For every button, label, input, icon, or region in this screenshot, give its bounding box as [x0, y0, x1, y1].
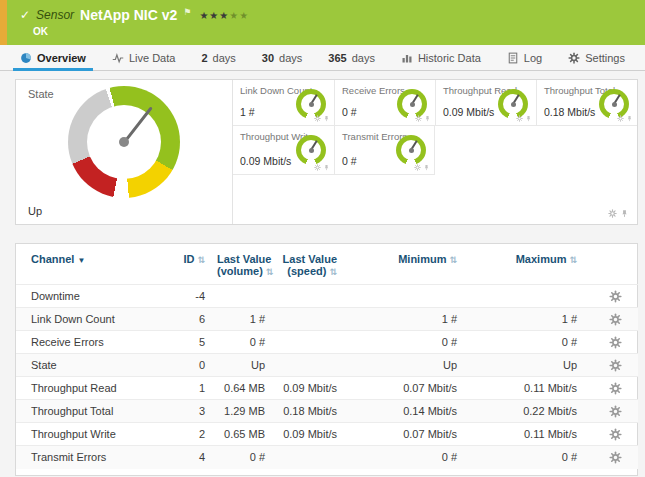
channel-settings-icon[interactable]	[609, 359, 622, 372]
channel-name: Downtime	[16, 285, 166, 308]
gauge-panel-receive-errors[interactable]: Receive Errors 0 #	[334, 80, 435, 126]
channel-id: 1	[166, 377, 211, 400]
log-document-icon	[507, 52, 519, 64]
column-header-last-value-volume[interactable]: Last Value (volume)⇅	[211, 244, 271, 285]
channel-name: Throughput Write	[16, 423, 166, 446]
pushpin-icon[interactable]	[626, 115, 633, 122]
mini-gauge	[296, 135, 326, 165]
tab-2-days[interactable]: 2 days	[191, 45, 245, 70]
tab-365-days[interactable]: 365 days	[318, 45, 385, 70]
channel-name: Transmit Errors	[16, 446, 166, 469]
minimum-value: Up	[343, 354, 463, 377]
flag-icon[interactable]: ⚑	[183, 7, 191, 17]
gear-icon[interactable]	[608, 209, 617, 218]
tab-label: Log	[524, 52, 542, 64]
tab-log[interactable]: Log	[497, 45, 552, 70]
channel-settings-icon[interactable]	[609, 382, 622, 395]
table-row[interactable]: Transmit Errors 4 0 # 0 # 0 #	[16, 446, 638, 469]
column-header-channel[interactable]: Channel▼	[16, 244, 166, 285]
gauge-hub	[309, 102, 314, 107]
last-value-speed	[271, 308, 343, 331]
gauge-hub	[309, 148, 314, 153]
priority-stars[interactable]: ★★★★★	[199, 10, 249, 21]
tab-settings[interactable]: Settings	[558, 45, 635, 70]
gauge-hub	[409, 148, 414, 153]
maximum-value: 0 #	[463, 331, 583, 354]
channel-name: Throughput Read	[16, 377, 166, 400]
gauge-panel-throughput-read[interactable]: Throughput Read 0.09 Mbit/s	[435, 80, 536, 126]
gauge-panel-link-down-count[interactable]: Link Down Count 1 #	[233, 80, 334, 126]
gauges-panel: State Up Link Down Count 1 # Receive Err…	[15, 79, 638, 225]
sort-descending-icon: ▼	[77, 256, 85, 265]
column-header-minimum[interactable]: Minimum⇅	[343, 244, 463, 285]
table-row[interactable]: Throughput Write 2 0.65 MB 0.09 Mbit/s 0…	[16, 423, 638, 446]
last-value-speed	[271, 446, 343, 469]
pushpin-icon[interactable]	[423, 164, 430, 171]
pushpin-icon[interactable]	[323, 115, 330, 122]
state-gauge	[68, 86, 180, 198]
table-row[interactable]: Link Down Count 6 1 # 1 # 1 #	[16, 308, 638, 331]
maximum-value: 0.11 Mbit/s	[463, 377, 583, 400]
sensor-color-stripe	[0, 0, 7, 45]
gauge-hub	[511, 102, 516, 107]
channel-name: Link Down Count	[16, 308, 166, 331]
channel-id: 5	[166, 331, 211, 354]
tab-bar: Overview Live Data 2 days 30 days 365 da…	[0, 45, 645, 71]
pushpin-icon[interactable]	[525, 115, 532, 122]
table-row[interactable]: State 0 Up Up Up	[16, 354, 638, 377]
tab-historic-data[interactable]: Historic Data	[391, 45, 491, 70]
sensor-title: NetApp NIC v2	[80, 7, 177, 23]
tab-number: 30	[262, 52, 274, 64]
gauge-value: 1 #	[240, 106, 255, 118]
gauge-panel-throughput-total[interactable]: Throughput Total 0.18 Mbit/s	[536, 80, 637, 126]
channel-settings-icon[interactable]	[609, 290, 622, 303]
sort-icon: ⇅	[329, 267, 337, 277]
channel-settings-icon[interactable]	[609, 313, 622, 326]
mini-gauge-grid: Link Down Count 1 # Receive Errors 0 # T…	[232, 80, 637, 224]
last-value-speed: 0.09 Mbit/s	[271, 423, 343, 446]
live-graph-icon	[112, 52, 124, 64]
sensor-page: ✓ Sensor NetApp NIC v2 ⚑ ★★★★★ OK Overvi…	[0, 0, 645, 477]
channel-settings-icon[interactable]	[609, 451, 622, 464]
gauge-panel-transmit-errors[interactable]: Transmit Errors 0 #	[334, 126, 435, 175]
column-header-maximum[interactable]: Maximum⇅	[463, 244, 583, 285]
tab-overview[interactable]: Overview	[10, 45, 96, 70]
minimum-value: 0.14 Mbit/s	[343, 400, 463, 423]
channel-settings-icon[interactable]	[609, 405, 622, 418]
channel-settings-icon[interactable]	[609, 428, 622, 441]
last-value-volume: 1 #	[211, 308, 271, 331]
gear-icon[interactable]	[516, 115, 523, 122]
channel-settings-icon[interactable]	[609, 336, 622, 349]
state-gauge-panel[interactable]: State Up	[16, 80, 232, 224]
tab-30-days[interactable]: 30 days	[252, 45, 313, 70]
pushpin-icon[interactable]	[424, 115, 431, 122]
tab-label: Settings	[585, 52, 625, 64]
gear-icon[interactable]	[617, 115, 624, 122]
last-value-speed	[271, 354, 343, 377]
stars-filled: ★★★	[199, 10, 229, 21]
pushpin-icon[interactable]	[620, 209, 629, 218]
table-row[interactable]: Receive Errors 5 0 # 0 # 0 #	[16, 331, 638, 354]
object-kind-label: Sensor	[36, 8, 74, 22]
channel-id: 3	[166, 400, 211, 423]
table-row[interactable]: Downtime -4	[16, 285, 638, 308]
tab-label: Historic Data	[418, 52, 481, 64]
stars-empty: ★★	[229, 10, 249, 21]
column-header-id[interactable]: ID⇅	[166, 244, 211, 285]
gear-icon[interactable]	[314, 115, 321, 122]
table-row[interactable]: Throughput Read 1 0.64 MB 0.09 Mbit/s 0.…	[16, 377, 638, 400]
gear-icon[interactable]	[414, 164, 421, 171]
tab-label: days	[213, 52, 236, 64]
gauge-panel-throughput-write[interactable]: Throughput Write 0.09 Mbit/s	[233, 126, 334, 175]
table-row[interactable]: Throughput Total 3 1.29 MB 0.18 Mbit/s 0…	[16, 400, 638, 423]
last-value-volume: 0 #	[211, 446, 271, 469]
gear-icon[interactable]	[415, 115, 422, 122]
minimum-value: 0.07 Mbit/s	[343, 423, 463, 446]
gear-icon[interactable]	[314, 164, 321, 171]
channel-table: Channel▼ ID⇅ Last Value (volume)⇅ Last V…	[16, 244, 638, 469]
column-header-last-value-speed[interactable]: Last Value (speed)⇅	[271, 244, 343, 285]
tab-live-data[interactable]: Live Data	[102, 45, 185, 70]
pushpin-icon[interactable]	[323, 164, 330, 171]
channel-id: 6	[166, 308, 211, 331]
maximum-value: 0.22 Mbit/s	[463, 400, 583, 423]
